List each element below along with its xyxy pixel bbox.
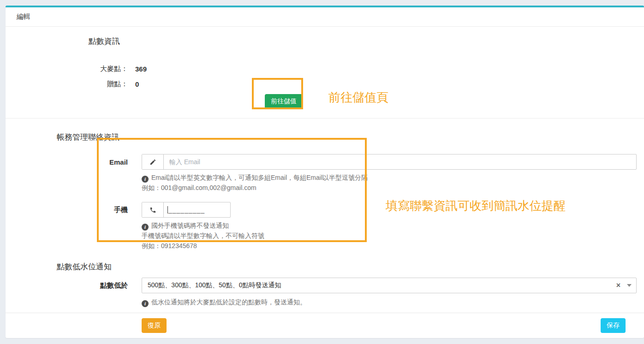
email-label: Email (6, 158, 128, 166)
pencil-icon (142, 154, 164, 169)
save-button[interactable]: 保存 (601, 318, 626, 333)
email-help: iEmail請以半型英文數字輸入，可通知多組Email，每組Email以半型逗號… (142, 172, 644, 193)
damai-points-label: 大麥點： (6, 65, 128, 73)
phone-input[interactable]: _________ (164, 202, 230, 217)
lowpoint-help: i低水位通知將於大麥點低於設定的點數時，發送通知。 (142, 297, 644, 307)
email-help-line2: 例如：001@gmail.com,002@gmail.com (142, 183, 644, 193)
topup-button-row: 前往儲值 (265, 94, 644, 109)
undo-button[interactable]: 復原 (142, 318, 167, 333)
points-section-title: 點數資訊 (89, 37, 644, 46)
lowpoint-select-value: 500點、300點、100點、50點、0點時發送通知 (148, 281, 616, 290)
lowpoint-control-col: 500點、300點、100點、50點、0點時發送通知 × (142, 278, 644, 293)
chevron-down-icon[interactable] (627, 284, 632, 287)
lowpoint-help-line: 低水位通知將於大麥點低於設定的點數時，發送通知。 (151, 298, 306, 306)
panel-footer: 復原 保存 (6, 313, 644, 338)
phone-icon (142, 202, 164, 217)
panel-title: 編輯 (6, 7, 644, 27)
phone-help-line2: 手機號碼請以半型數字輸入，不可輸入符號 (142, 231, 644, 241)
email-control-col (142, 154, 644, 170)
lowpoint-section-title: 點數低水位通知 (57, 262, 644, 272)
phone-help-line1: 國外手機號碼將不發送通知 (151, 222, 229, 229)
bonus-points-label: 贈點： (6, 80, 128, 89)
email-help-line1: Email請以半型英文數字輸入，可通知多組Email，每組Email以半型逗號分… (151, 174, 368, 181)
phone-mask-value: _________ (168, 206, 205, 214)
phone-row: 手機 _________ (6, 202, 644, 218)
info-circle-icon: i (142, 176, 149, 183)
text-caret (167, 206, 168, 214)
info-circle-icon: i (142, 224, 149, 231)
edit-panel: 編輯 點數資訊 大麥點： 369 贈點： 0 前往儲值 帳務管理聯絡資訊 Ema… (6, 6, 644, 338)
topup-button[interactable]: 前往儲值 (265, 94, 303, 109)
info-circle-icon: i (142, 300, 149, 307)
phone-control-col: _________ (142, 202, 644, 218)
phone-help: i國外手機號碼將不發送通知 手機號碼請以半型數字輸入，不可輸入符號 例如：091… (142, 220, 644, 251)
clear-icon[interactable]: × (616, 282, 620, 289)
bonus-points-value: 0 (135, 80, 139, 88)
lowpoint-row: 點數低於 500點、300點、100點、50點、0點時發送通知 × (6, 278, 644, 293)
panel-body: 點數資訊 大麥點： 369 贈點： 0 前往儲值 帳務管理聯絡資訊 Email (6, 37, 644, 307)
phone-help-line3: 例如：0912345678 (142, 241, 644, 251)
lowpoint-label: 點數低於 (6, 281, 128, 290)
phone-input-group[interactable]: _________ (142, 202, 231, 218)
contact-section-title: 帳務管理聯絡資訊 (57, 133, 644, 142)
points-row-damai: 大麥點： 369 (6, 65, 644, 73)
email-input[interactable] (164, 154, 636, 169)
email-input-group (142, 154, 637, 170)
section-divider (6, 118, 644, 119)
damai-points-value: 369 (135, 65, 147, 73)
lowpoint-select[interactable]: 500點、300點、100點、50點、0點時發送通知 × (142, 278, 637, 293)
email-row: Email (6, 154, 644, 170)
phone-label: 手機 (6, 206, 128, 214)
points-row-bonus: 贈點： 0 (6, 80, 644, 89)
